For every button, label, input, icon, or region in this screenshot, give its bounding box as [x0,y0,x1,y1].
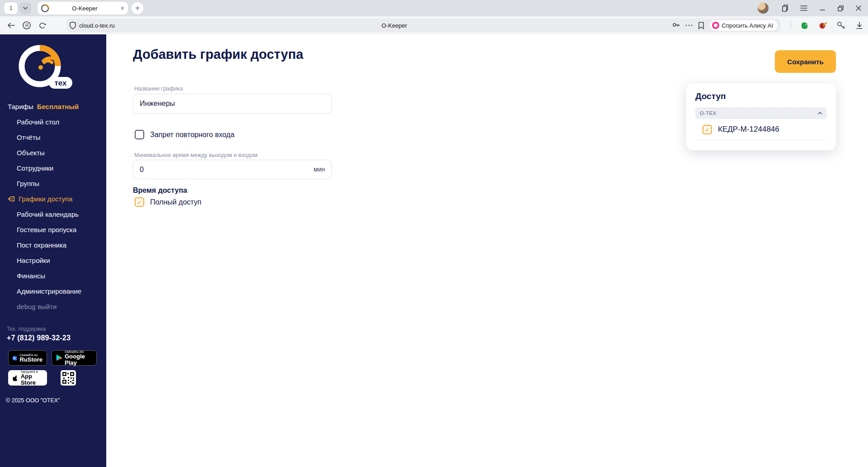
tab-counter-button[interactable]: 1 [4,2,18,14]
yandex-icon: Я [22,21,31,30]
yandex-search-button[interactable]: Я [19,18,34,33]
url-text[interactable]: cloud.o-tex.ru [79,22,115,29]
back-arrow-icon [7,22,15,29]
sidebar-item-groups[interactable]: Группы [0,176,106,191]
tariffs-label: Тарифы [8,103,33,110]
bookmark-icon[interactable] [698,22,704,29]
tab-list-chevron-button[interactable] [19,2,31,14]
apple-icon [12,374,18,382]
keys-extension-icon[interactable] [836,21,846,30]
schedule-name-input[interactable] [133,94,332,114]
evernote-extension-icon[interactable] [800,21,809,30]
downloads-icon[interactable] [855,21,863,29]
tab-panels-icon[interactable] [780,4,788,12]
min-time-unit: мин [314,166,325,173]
sidebar-item-guard-post[interactable]: Пост охранника [0,237,106,253]
address-bar[interactable]: cloud.o-tex.ru O-Keeper Спросить Алису A… [66,19,780,32]
sidebar-item-debug-logout[interactable]: debug выйти [0,299,106,314]
restore-icon[interactable] [837,5,844,11]
sidebar-item-reports[interactable]: Отчёты [0,129,106,145]
sidebar-item-guest-passes[interactable]: Гостевые пропуска [0,222,106,237]
divider [791,21,791,29]
chevron-down-icon [23,7,28,10]
sidebar-item-desktop[interactable]: Рабочий стол [0,114,106,129]
new-tab-button[interactable]: + [132,2,143,14]
sidebar-item-tariffs[interactable]: Тарифы Бесплатный [0,99,106,114]
password-manager-icon[interactable] [672,22,680,29]
more-actions-icon[interactable] [685,24,693,26]
o-tex-logo: тех [14,43,86,93]
extension-icons [791,19,863,32]
min-time-input[interactable] [133,160,332,179]
sidebar-item-label: Графики доступа [19,195,72,203]
full-access-checkbox-row[interactable]: ✓ Полный доступ [135,197,202,207]
no-reentry-checkbox-row[interactable]: Запрет повторного входа [135,130,235,139]
sidebar-item-finance[interactable]: Финансы [0,268,106,283]
device-checkbox-row[interactable]: ✓ КЕДР-М-1244846 [695,119,827,140]
svg-text:Я: Я [25,23,28,28]
back-button[interactable] [4,18,19,33]
tariff-value: Бесплатный [37,103,79,110]
address-bar-actions: Спросить Алису AI [672,20,778,31]
app-store-badge[interactable]: Загрузите вApp Store [8,370,47,386]
access-time-section-label: Время доступа [133,186,187,195]
no-reentry-label: Запрет повторного входа [150,131,235,139]
sidebar-item-access-schedules[interactable]: Графики доступа [0,191,106,206]
device-name: КЕДР-М-1244846 [718,125,779,134]
page-title-center: O-Keeper [382,22,407,29]
qr-pattern [62,372,74,384]
enter-icon [8,195,15,203]
rustore-icon [13,354,17,362]
sidebar-item-settings[interactable]: Настройки [0,253,106,268]
minimize-icon[interactable] [819,5,826,11]
sidebar-nav: Тарифы Бесплатный Рабочий стол Отчёты Об… [0,99,106,314]
main-content: Добавить график доступа Сохранить Назван… [106,34,868,467]
copyright: © 2025 ООО "ОТЕХ" [6,397,106,404]
menu-icon[interactable] [800,5,807,11]
full-access-label: Полный доступ [150,198,202,206]
refresh-button[interactable] [34,18,50,33]
tab-title: O-Keeper [49,5,121,12]
store-badges: Скачайте изRuStore СКАЧАТЬ ИЗGoogle Play… [8,350,101,386]
tab-strip: 1 O-Keeper × + [0,0,868,16]
sidebar: тех Тарифы Бесплатный Рабочий стол Отчёт… [0,34,106,467]
qr-code [61,370,76,386]
page-title: Добавить график доступа [133,47,303,62]
close-window-icon[interactable] [855,5,862,11]
site-shield-icon[interactable] [69,21,76,29]
min-time-label: Минимальное время между выходом и входом [134,152,258,158]
google-play-badge[interactable]: СКАЧАТЬ ИЗGoogle Play [52,350,97,366]
logo-text: тех [54,79,67,87]
access-group-name: O-TEX [700,110,717,116]
access-panel: Доступ O-TEX ✓ КЕДР-М-1244846 [686,83,836,150]
sidebar-item-objects[interactable]: Объекты [0,145,106,160]
access-group-header[interactable]: O-TEX [695,107,827,119]
profile-avatar[interactable] [758,3,769,14]
schedule-name-label: Название графика [134,86,183,92]
save-button[interactable]: Сохранить [775,50,836,73]
o-tex-favicon-icon [41,5,49,12]
full-access-checkbox[interactable]: ✓ [135,197,144,207]
active-tab[interactable]: O-Keeper × [38,2,128,14]
chevron-up-icon[interactable] [818,112,822,114]
rustore-badge[interactable]: Скачайте изRuStore [8,350,47,366]
support-phone[interactable]: +7 (812) 989-32-23 [7,334,106,342]
min-time-field: мин [133,160,332,179]
ask-alice-button[interactable]: Спросить Алису AI [710,20,778,31]
google-play-icon [56,354,62,362]
stamp-extension-icon[interactable] [818,21,827,30]
alice-icon [712,22,719,29]
support-label: Тех. поддержка [7,326,106,332]
device-checkbox[interactable]: ✓ [703,125,712,134]
window-controls [758,0,868,16]
access-panel-title: Доступ [695,91,827,101]
refresh-icon [38,22,46,29]
no-reentry-checkbox[interactable] [135,130,144,139]
alice-label: Спросить Алису AI [722,22,773,29]
sidebar-item-administration[interactable]: Администрирование [0,283,106,299]
sidebar-item-employees[interactable]: Сотрудники [0,160,106,176]
tab-close-icon[interactable]: × [121,5,124,12]
browser-window: 1 O-Keeper × + Я [0,0,868,467]
sidebar-item-work-calendar[interactable]: Рабочий календарь [0,206,106,222]
